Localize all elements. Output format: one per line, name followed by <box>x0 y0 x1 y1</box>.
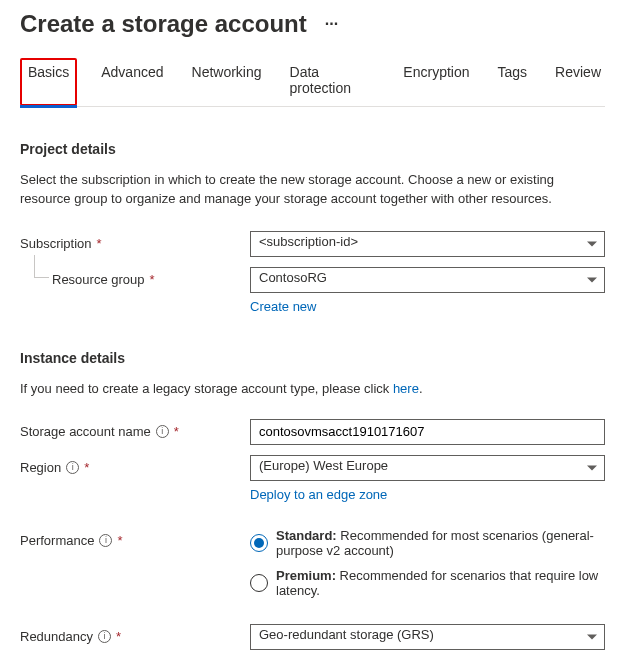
subscription-select[interactable]: <subscription-id> <box>250 231 605 257</box>
tabs-bar: Basics Advanced Networking Data protecti… <box>20 56 605 107</box>
required-indicator: * <box>116 629 121 644</box>
info-icon[interactable]: i <box>99 534 112 547</box>
page-title: Create a storage account <box>20 10 307 38</box>
tab-basics[interactable]: Basics <box>20 58 77 106</box>
deploy-edge-zone-link[interactable]: Deploy to an edge zone <box>250 487 387 502</box>
info-icon[interactable]: i <box>156 425 169 438</box>
region-label: Region <box>20 460 61 475</box>
redundancy-select[interactable]: Geo-redundant storage (GRS) <box>250 624 605 650</box>
performance-label: Performance <box>20 533 94 548</box>
storage-account-name-input[interactable] <box>250 419 605 445</box>
tab-data-protection[interactable]: Data protection <box>286 58 380 106</box>
project-details-description: Select the subscription in which to crea… <box>20 171 605 209</box>
performance-premium-text: Premium: Recommended for scenarios that … <box>276 568 605 598</box>
required-indicator: * <box>97 236 102 251</box>
resource-group-label: Resource group <box>52 272 145 287</box>
subscription-label: Subscription <box>20 236 92 251</box>
info-icon[interactable]: i <box>66 461 79 474</box>
required-indicator: * <box>174 424 179 439</box>
required-indicator: * <box>117 533 122 548</box>
tab-review[interactable]: Review <box>551 58 605 106</box>
performance-standard-text: Standard: Recommended for most scenarios… <box>276 528 605 558</box>
region-select[interactable]: (Europe) West Europe <box>250 455 605 481</box>
redundancy-label: Redundancy <box>20 629 93 644</box>
performance-premium-radio[interactable] <box>250 574 268 592</box>
tab-networking[interactable]: Networking <box>188 58 266 106</box>
legacy-here-link[interactable]: here <box>393 381 419 396</box>
tab-encryption[interactable]: Encryption <box>399 58 473 106</box>
tab-advanced[interactable]: Advanced <box>97 58 167 106</box>
storage-account-name-label: Storage account name <box>20 424 151 439</box>
project-details-heading: Project details <box>20 141 605 157</box>
instance-details-heading: Instance details <box>20 350 605 366</box>
resource-group-select[interactable]: ContosoRG <box>250 267 605 293</box>
more-menu-button[interactable]: ··· <box>319 13 344 35</box>
required-indicator: * <box>84 460 89 475</box>
info-icon[interactable]: i <box>98 630 111 643</box>
tab-tags[interactable]: Tags <box>494 58 532 106</box>
instance-details-description: If you need to create a legacy storage a… <box>20 380 605 399</box>
create-new-rg-link[interactable]: Create new <box>250 299 316 314</box>
performance-standard-radio[interactable] <box>250 534 268 552</box>
required-indicator: * <box>150 272 155 287</box>
